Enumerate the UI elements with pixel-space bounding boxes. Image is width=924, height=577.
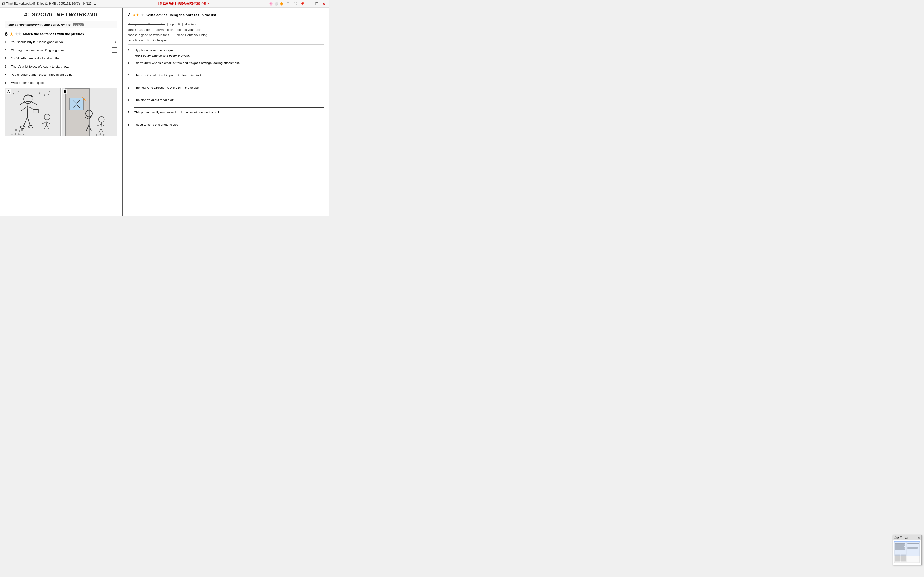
file-info: Think B1 workbookpdf_33.jpg (1.86MB，5056… <box>6 2 91 6</box>
answer-num-6: 6 <box>128 122 132 126</box>
answer-num-4: 4 <box>128 98 132 102</box>
svg-point-34 <box>84 98 85 100</box>
app-icon: 🖼 <box>2 2 5 5</box>
image-b-svg <box>62 89 117 136</box>
phrase-delete-it: delete it <box>185 23 196 26</box>
svg-point-49 <box>96 134 97 135</box>
image-a: A <box>5 88 61 136</box>
sb-badge: SB p.43 <box>73 23 84 26</box>
close-button[interactable]: × <box>321 1 327 7</box>
answer-content-0: My phone never has a signal. You'd bette… <box>134 48 324 58</box>
phrase-attach: attach it as a file <box>128 28 150 32</box>
upload-icon[interactable]: ☁ <box>93 2 97 6</box>
question-2: This email's got lots of important infor… <box>134 73 324 77</box>
icon-3[interactable]: 🔶 <box>279 2 283 5</box>
grammar-label: ving advice: should(n't), had better, ig… <box>8 23 71 26</box>
answer-item-3: 3 The new One Direction CD is £15 in the… <box>128 85 324 95</box>
image-b: B <box>61 88 118 136</box>
answer-row-4: 4 The plane's about to take off. <box>128 98 324 108</box>
phrase-flight-mode: activate flight mode on your tablet <box>156 28 202 32</box>
svg-point-50 <box>100 134 101 135</box>
item-num-5: 5 <box>5 81 9 85</box>
answer-blank-5[interactable] <box>134 116 324 120</box>
svg-point-35 <box>82 97 83 98</box>
promo-banner[interactable]: 【双12欢乐购】超级会员买1年送3个月 > <box>157 2 209 6</box>
answer-row-5: 5 This photo's really embarrassing. I do… <box>128 110 324 120</box>
icon-1[interactable]: 🌸 <box>269 2 273 5</box>
image-a-label: A <box>6 89 11 93</box>
answer-list: 0 My phone never has a signal. You'd bet… <box>128 48 324 132</box>
item-text-1: We ought to leave now. It's going to rai… <box>11 48 110 52</box>
match-list: 0 You should buy it. It looks good on yo… <box>5 39 118 85</box>
answer-box-3[interactable] <box>112 64 118 69</box>
phrase-go-online: go online and find it cheaper <box>128 39 167 42</box>
answer-row-1: 1 I don't know who this email is from an… <box>128 61 324 71</box>
item-num-1: 1 <box>5 48 9 52</box>
answer-blank-6[interactable] <box>134 128 324 132</box>
answer-filled-0[interactable]: You'd better change to a better provider… <box>134 54 324 58</box>
pin-button[interactable]: 📌 <box>299 1 305 7</box>
exercise7-stars-empty: ★ <box>141 13 144 17</box>
answer-num-2: 2 <box>128 73 132 77</box>
exercise6-stars-empty: ★★ <box>15 32 21 36</box>
answer-box-5[interactable] <box>112 80 118 85</box>
minimize-button[interactable]: ─ <box>307 1 312 7</box>
answer-content-3: The new One Direction CD is £15 in the s… <box>134 85 324 95</box>
answer-box-4[interactable] <box>112 72 118 77</box>
answer-num-5: 5 <box>128 110 132 114</box>
answer-blank-4[interactable] <box>134 103 324 108</box>
answer-box-0[interactable]: C <box>112 39 118 45</box>
title-bar-left: 🖼 Think B1 workbookpdf_33.jpg (1.86MB，50… <box>2 2 97 6</box>
item-num-4: 4 <box>5 73 9 76</box>
exercise6-stars: ★ <box>10 32 13 37</box>
left-panel: 4: SOCIAL NETWORKING ving advice: should… <box>0 8 123 216</box>
svg-point-51 <box>103 134 105 135</box>
match-item: 5 We'd better hide – quick! <box>5 80 118 85</box>
svg-rect-0 <box>6 89 59 136</box>
restore-button[interactable]: ❐ <box>314 1 320 7</box>
item-text-5: We'd better hide – quick! <box>11 81 110 85</box>
question-4: The plane's about to take off. <box>134 98 324 102</box>
answer-row-6: 6 I need to send this photo to Bob. <box>128 122 324 132</box>
answer-content-5: This photo's really embarrassing. I don'… <box>134 110 324 120</box>
answer-row-0: 0 My phone never has a signal. You'd bet… <box>128 48 324 58</box>
menu-button[interactable]: ☰ <box>285 1 291 7</box>
title-bar: 🖼 Think B1 workbookpdf_33.jpg (1.86MB，50… <box>0 0 329 8</box>
question-5: This photo's really embarrassing. I don'… <box>134 110 324 115</box>
answer-content-1: I don't know who this email is from and … <box>134 61 324 71</box>
answer-blank-2[interactable] <box>134 79 324 83</box>
answer-row-2: 2 This email's got lots of important inf… <box>128 73 324 83</box>
exercise7-stars-filled: ★★ <box>132 13 139 17</box>
exercise6-instruction: Match the sentences with the pictures. <box>23 32 85 36</box>
answer-content-2: This email's got lots of important infor… <box>134 73 324 83</box>
svg-text:small objects: small objects <box>11 133 24 135</box>
image-b-label: B <box>63 89 67 93</box>
phrase-strikethrough: change to a better provider <box>128 23 165 26</box>
page-header: 4: SOCIAL NETWORKING <box>5 11 118 18</box>
answer-box-1[interactable] <box>112 47 118 53</box>
svg-point-16 <box>15 129 17 131</box>
title-bar-right: 🌸 ⚪ 🔶 ☰ ⛶ 📌 ─ ❐ × <box>269 1 327 7</box>
match-item: 4 You shouldn't touch those. They might … <box>5 72 118 77</box>
item-num-0: 0 <box>5 40 9 44</box>
question-3: The new One Direction CD is £15 in the s… <box>134 85 324 90</box>
answer-item-4: 4 The plane's about to take off. <box>128 98 324 108</box>
item-text-0: You should buy it. It looks good on you. <box>11 40 110 44</box>
images-row: A <box>5 88 118 136</box>
svg-point-18 <box>21 129 23 131</box>
question-6: I need to send this photo to Bob. <box>134 122 324 127</box>
item-text-4: You shouldn't touch those. They might be… <box>11 73 110 76</box>
image-a-svg: small objects <box>5 89 60 136</box>
answer-blank-3[interactable] <box>134 91 324 95</box>
answer-item-2: 2 This email's got lots of important inf… <box>128 73 324 83</box>
exercise6-title: 6 ★ ★★ Match the sentences with the pict… <box>5 31 118 37</box>
item-text-3: There's a lot to do. We ought to start n… <box>11 64 110 68</box>
icon-2[interactable]: ⚪ <box>274 2 278 5</box>
fullscreen-button[interactable]: ⛶ <box>292 1 298 7</box>
answer-box-2[interactable] <box>112 56 118 61</box>
match-item: 0 You should buy it. It looks good on yo… <box>5 39 118 45</box>
answer-num-0: 0 <box>128 48 132 52</box>
question-0: My phone never has a signal. <box>134 48 324 53</box>
answer-blank-1[interactable] <box>134 66 324 71</box>
item-num-2: 2 <box>5 56 9 60</box>
